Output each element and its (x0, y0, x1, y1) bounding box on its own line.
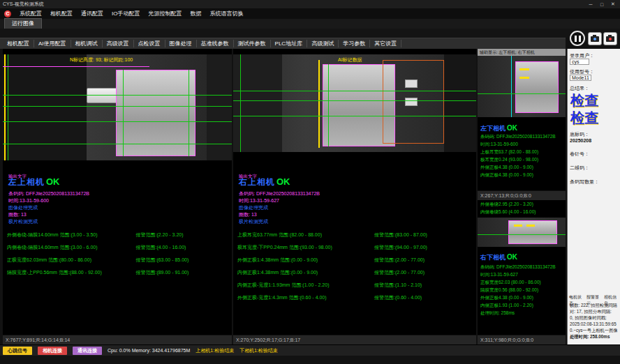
camera-snapshot-button[interactable] (588, 32, 602, 45)
tool-testpiece-params[interactable]: 测试件参数 (234, 40, 271, 47)
tab-bar: 运行图像 (0, 19, 620, 29)
camera-name-label: 右上相机 (239, 177, 275, 187)
tool-spot-check[interactable]: 点检设置 (134, 40, 165, 47)
barcode-text: 条码码: DFFJiie2025020813313472B (8, 190, 89, 197)
pause-button[interactable] (570, 31, 585, 46)
menu-light-control-config[interactable]: 光源控制配置 (148, 10, 182, 17)
measurement-value: 上极耳宽63.77mm 范围:(82.00 - 88.00) (237, 232, 374, 238)
login-user-field[interactable]: cys (570, 59, 589, 65)
overlay-green-line (240, 54, 241, 152)
maximize-button[interactable]: □ (596, 0, 607, 8)
alarm-range: 报警范围:(63.00 - 85.00) (135, 257, 229, 264)
model-field[interactable]: Mode11 (570, 75, 591, 81)
overlay-yellow-line (4, 54, 6, 160)
info-line: 0.~cys一号上相机一图像 (570, 327, 619, 333)
minimize-button[interactable]: ─ (585, 0, 596, 8)
ok-status: OK (276, 176, 290, 187)
right-lower-camera-image[interactable] (478, 218, 566, 247)
right-lower-camera-view: 外侧卷绕2.95 (2.20 - 3.20) 内侧卷绕5.60 (4.00 - … (478, 200, 566, 335)
app-logo-icon: C (4, 10, 11, 17)
info-line: 0, 拍照图像时间戳: (570, 314, 619, 321)
measure-annotation: N标记高度: 93; 标记间距:100 (70, 56, 133, 63)
pixel-coordinates-bar: X:311;Y:980;R:0;G:0;B:0 (478, 335, 566, 344)
camera-record-button[interactable] (603, 32, 617, 45)
aux-info-line: 隔膜宽度0.56 (88.00 - 92.00) (480, 287, 538, 294)
tab-run-image[interactable]: 运行图像 (4, 18, 42, 29)
menu-io-manual-config[interactable]: IO手动配置 (112, 10, 140, 17)
camera-name-label: 右下相机 (480, 254, 505, 261)
menu-camera-config[interactable]: 相机配置 (50, 10, 73, 17)
tool-image-processing[interactable]: 图像处理 (165, 40, 197, 47)
pixel-coordinates: X:311;Y:980;R:0;G:0;B:0 (480, 338, 533, 342)
menu-language-switch[interactable]: 系统语言切换 (209, 10, 243, 17)
measurement-value: 内侧正极-宽度1:1.93mm 范围:(1.00 - 2.20) (237, 282, 374, 289)
measurement-value: 外侧正极-宽度1:4.3mm 范围:(0.60 - 4.00) (237, 294, 374, 301)
aux-info-line: 上极耳宽63.7 (82.00 - 88.00) (480, 149, 538, 156)
alarm-range: 报警范围:(89.00 - 91.00) (135, 269, 229, 276)
aux-info-line: 极耳宽度0.24 (93.00 - 98.00) (480, 157, 538, 163)
code-label: 底标码： (570, 132, 589, 137)
measurement-row: 正极宽度62.03mm 范围:(80.00 - 86.00) 报警范围:(63.… (7, 257, 229, 264)
tool-ai-config[interactable]: AI使用配置 (34, 40, 71, 47)
menu-system-config[interactable]: 系统配置 (20, 10, 42, 17)
overlay-green-line (478, 93, 566, 94)
tool-other-settings[interactable]: 其它设置 (370, 40, 401, 47)
measurement-row: 隔膜宽度-上PP0.56mm 范围:(88.00 - 92.00) 报警范围:(… (7, 269, 229, 276)
heartbeat-status-chip: 心跳信号 (3, 347, 32, 355)
barcode-write-count-label: 条码写数量： (570, 179, 599, 184)
tool-camera-config[interactable]: 相机配置 (3, 40, 34, 47)
code-value-row: 20250208 (570, 138, 619, 143)
info-line: 帧数: 222, 拍照检测间隔 (570, 302, 619, 308)
process-time-line: 处理时间: 258.00ms (570, 333, 619, 340)
window-controls: ─ □ ✕ (585, 0, 619, 8)
qr-code-label: 二维码： (570, 165, 589, 170)
aux-info-line: 处理时间: 258ms (480, 310, 515, 317)
measurement-value: 外侧正极1:4.38mm 范围:(0.00 - 9.00) (237, 257, 374, 264)
tool-advanced-settings[interactable]: 高级设置 (103, 40, 134, 47)
measurement-value: 极耳宽度-下PP0.24mm 范围:(93.00 - 98.00) (237, 244, 374, 251)
connector-part (87, 88, 117, 103)
alarm-range: 报警范围:(2.20 - 3.20) (135, 232, 229, 238)
tool-baseline-params[interactable]: 基准线参数 (197, 40, 234, 47)
tool-advanced-test[interactable]: 高级测试 (307, 40, 339, 47)
total-result-label-row: 总结果： (570, 85, 619, 92)
status-bar: 心跳信号 相机连接 通讯连接 Cpu: 0.0% Memory: 3424.41… (0, 344, 620, 356)
tool-plc-address[interactable]: PLC地址库 (271, 40, 308, 47)
camera-icon (606, 36, 614, 42)
overlay-green-line (233, 100, 476, 101)
pixel-coordinates-bar: X:270;Y:2502;R:17;G:17;B:17 (233, 335, 476, 344)
left-lower-camera-image[interactable] (478, 56, 566, 117)
alarm-range: 报警范围:(2.00 - 77.00) (374, 257, 473, 264)
barcode-text: 条码码: DFFJiie2025020813313472B (239, 190, 320, 197)
toolbar: 相机配置 AI使用配置 相机调试 高级设置 点检设置 图像处理 基准线参数 测试… (0, 38, 566, 49)
overlay-yellow-mark (514, 225, 522, 227)
aux-info-line: 条码码: DFFJiie2025020813313472B (480, 134, 556, 140)
ok-status: OK (507, 124, 517, 132)
pixel-coordinates-bar: X:7677;Y:891;R:14;G:14;B:14 (3, 335, 232, 344)
total-result-label: 总结果： (570, 86, 589, 91)
code-label-row: 底标码： (570, 131, 619, 138)
aux-info-line: 正极宽度62.03 (80.00 - 86.00) (480, 280, 541, 286)
measurement-row: 外侧正极1:4.38mm 范围:(0.00 - 9.00) 报警范围:(2.00… (237, 257, 473, 264)
menu-comm-config[interactable]: 通讯配置 (81, 10, 103, 17)
measurement-value: 外侧卷绕-隔膜14.60mm 范围:(3.00 - 3.50) (7, 232, 135, 238)
camera-name-label: 左下相机 (480, 125, 505, 132)
tool-learning-params[interactable]: 学习参数 (339, 40, 370, 47)
left-lower-camera-view: 左下相机OK 条码码: DFFJiie2025020813313472B 时间:… (478, 56, 566, 190)
overlay-green-line (328, 64, 329, 146)
alarm-range: 报警范围:(1.10 - 2.10) (374, 282, 473, 289)
comm-connection-chip: 通讯连接 (73, 347, 102, 355)
aux-info-bar: 辅助显示: 左下相机; 右下相机 (478, 49, 566, 56)
aux-info-line: 时间:13-31-59-627 (480, 272, 518, 278)
total-result-display: 检查 检查 (570, 92, 619, 127)
center-camera-image[interactable]: AI标记数据 (233, 54, 476, 152)
qr-label-row: 二维码： (570, 165, 619, 172)
measurement-row: 上极耳宽63.77mm 范围:(82.00 - 88.00) 报警范围:(83.… (237, 232, 473, 238)
menu-data[interactable]: 数据 (190, 10, 201, 17)
close-button[interactable]: ✕ (607, 0, 619, 8)
tool-camera-debug[interactable]: 相机调试 (71, 40, 103, 47)
overlay-green-line (233, 116, 476, 116)
overlay-yellow-mark (519, 77, 529, 79)
left-camera-image[interactable]: N标记高度: 93; 标记间距:100 (3, 54, 232, 160)
info-line: 2025:02:08-13:31:59:65 (570, 321, 619, 327)
